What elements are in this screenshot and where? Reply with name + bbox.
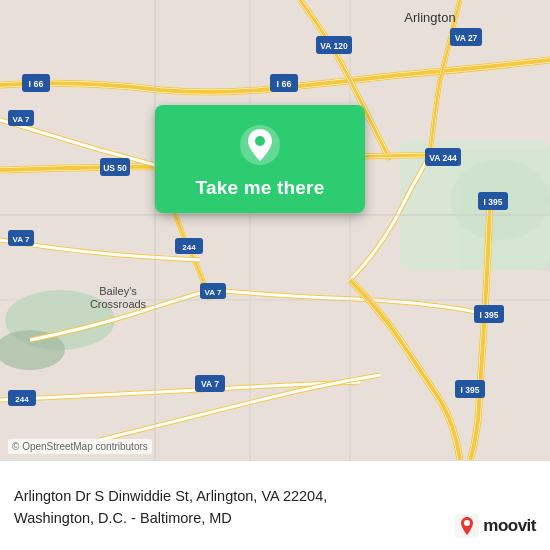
svg-text:I 395: I 395 <box>484 197 503 207</box>
map-svg: I 66 I 66 VA 120 VA 120 VA 244 VA 27 US … <box>0 0 550 460</box>
svg-text:VA 7: VA 7 <box>13 235 30 244</box>
moovit-logo-text: moovit <box>483 516 536 536</box>
svg-text:Arlington: Arlington <box>404 10 455 25</box>
svg-text:244: 244 <box>182 243 196 252</box>
svg-text:Crossroads: Crossroads <box>90 298 147 310</box>
svg-text:I 395: I 395 <box>461 385 480 395</box>
svg-point-49 <box>464 520 470 526</box>
svg-text:I 395: I 395 <box>480 310 499 320</box>
osm-credit-map: © OpenStreetMap contributors <box>8 439 152 454</box>
svg-text:Bailey's: Bailey's <box>99 285 137 297</box>
svg-text:I 66: I 66 <box>276 79 291 89</box>
map-container: I 66 I 66 VA 120 VA 120 VA 244 VA 27 US … <box>0 0 550 460</box>
moovit-logo: moovit <box>455 514 536 538</box>
svg-text:VA 7: VA 7 <box>205 288 222 297</box>
svg-text:VA 244: VA 244 <box>429 153 457 163</box>
svg-text:VA 27: VA 27 <box>455 33 478 43</box>
location-pin-icon <box>238 123 282 167</box>
svg-text:US 50: US 50 <box>103 163 127 173</box>
take-me-there-button[interactable]: Take me there <box>196 177 325 199</box>
svg-rect-5 <box>400 140 550 270</box>
moovit-logo-icon <box>455 514 479 538</box>
svg-text:244: 244 <box>15 395 29 404</box>
svg-text:VA 7: VA 7 <box>13 115 30 124</box>
svg-text:VA 7: VA 7 <box>201 379 219 389</box>
location-card: Take me there <box>155 105 365 213</box>
svg-point-47 <box>255 136 265 146</box>
svg-text:I 66: I 66 <box>28 79 43 89</box>
bottom-bar: Arlington Dr S Dinwiddie St, Arlington, … <box>0 460 550 550</box>
svg-text:VA 120: VA 120 <box>320 41 348 51</box>
